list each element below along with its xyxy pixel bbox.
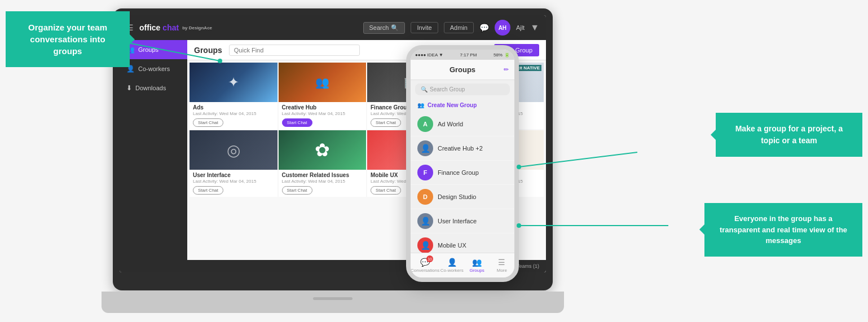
group-card-customer-btn[interactable]: Start Chat (282, 186, 312, 195)
coworkers-tab-label: Co-workers (440, 268, 464, 273)
right-callout-top: Make a group for a project, a topic or a… (716, 113, 862, 157)
phone-status-bar: ●●●● IDEA ▼ 7:17 PM 58% 🔋 (411, 50, 514, 60)
phone-title: Groups (450, 65, 475, 74)
phone-group-name-ui: User Interface (438, 218, 477, 224)
sidebar-item-downloads[interactable]: ⬇ Downloads (120, 78, 187, 98)
right-callout-top-text: Make a group for a project, a topic or a… (735, 124, 843, 145)
battery-icon: 🔋 (504, 52, 510, 58)
phone: ●●●● IDEA ▼ 7:17 PM 58% 🔋 Groups ✏ 🔍 Sea… (406, 45, 519, 282)
group-card-mobile-btn[interactable]: Start Chat (371, 186, 401, 195)
group-card-customer-name: Customer Related Issues (282, 172, 363, 178)
phone-group-avatar-mobile: 👤 (417, 237, 433, 253)
app-header: ☰ officechat by DesignAce Search 🔍 Invit… (120, 15, 546, 40)
phone-search[interactable]: 🔍 Search Group (415, 83, 510, 95)
groups-tab-label: Groups (469, 268, 484, 273)
phone-header: Groups ✏ (411, 60, 514, 80)
group-card-creative: Creative Hub Last Activity: Wed Mar 04, … (279, 63, 367, 129)
user-name: Ajlt (516, 24, 525, 31)
design-badge: xit NATIVE (515, 65, 541, 71)
groups-search-input[interactable] (229, 45, 360, 56)
phone-group-item-adworld[interactable]: A Ad World (411, 112, 514, 136)
right-callout-bottom-text: Everyone in the group has a transparent … (720, 214, 847, 245)
create-group-label: Create New Group (428, 102, 477, 108)
phone-search-icon: 🔍 (421, 86, 428, 92)
right-callout-bottom: Everyone in the group has a transparent … (704, 203, 862, 257)
message-icon[interactable]: 💬 (479, 23, 489, 32)
phone-group-item-design[interactable]: D Design Studio (411, 185, 514, 209)
phone-group-avatar-design: D (417, 189, 433, 205)
group-card-creative-activity: Last Activity: Wed Mar 04, 2015 (282, 111, 363, 116)
create-new-group[interactable]: 👥 Create New Group (411, 99, 514, 112)
phone-tab-coworkers[interactable]: 👤 Co-workers (439, 258, 464, 273)
phone-group-item-creative[interactable]: 👤 Creative Hub +2 (411, 136, 514, 161)
admin-button[interactable]: Admin (444, 22, 474, 33)
search-label: Search (369, 24, 389, 31)
phone-group-avatar-ui: 👤 (417, 213, 433, 229)
group-card-ads-btn[interactable]: Start Chat (193, 118, 223, 127)
user-avatar[interactable]: AH (495, 20, 510, 36)
user-initials: AH (499, 25, 506, 31)
group-card-ui-activity: Last Activity: Wed Mar 04, 2015 (193, 179, 274, 184)
group-card-customer-activity: Last Activity: Wed Mar 04, 2015 (282, 179, 363, 184)
phone-group-avatar-finance: F (417, 165, 433, 180)
phone-group-item-finance[interactable]: F Finance Group (411, 161, 514, 185)
phone-carrier: ●●●● IDEA ▼ (415, 52, 443, 58)
sidebar-downloads-label: Downloads (135, 85, 166, 91)
left-callout: Organize your team conversations into gr… (6, 11, 130, 67)
phone-battery: 58% (494, 52, 503, 58)
group-card-ads: Ads Last Activity: Wed Mar 04, 2015 Star… (190, 63, 277, 129)
phone-footer: 💬 10 Conversations 👤 Co-workers 👥 Groups… (411, 253, 514, 277)
group-card-creative-info: Creative Hub Last Activity: Wed Mar 04, … (279, 102, 367, 129)
group-card-ads-activity: Last Activity: Wed Mar 04, 2015 (193, 111, 274, 116)
group-card-ui-image (190, 130, 277, 170)
phone-group-name-adworld: Ad World (438, 121, 463, 127)
group-card-ads-name: Ads (193, 104, 274, 111)
sidebar-coworkers-label: Co-workers (138, 65, 170, 72)
coworkers-tab-icon: 👤 (447, 258, 457, 267)
app-logo: officechat by DesignAce (139, 23, 212, 32)
conversations-badge-wrap: 💬 10 (420, 258, 430, 267)
phone-status-icons: 58% 🔋 (494, 52, 510, 58)
phone-time: 7:17 PM (460, 52, 477, 58)
phone-group-name-creative: Creative Hub +2 (438, 145, 483, 152)
invite-button[interactable]: Invite (411, 22, 438, 33)
phone-group-name-finance: Finance Group (438, 169, 479, 176)
search-icon: 🔍 (391, 24, 399, 32)
downloads-icon: ⬇ (126, 84, 132, 92)
conversations-badge: 10 (426, 255, 433, 262)
group-card-creative-image (279, 63, 367, 102)
group-card-creative-name: Creative Hub (282, 104, 363, 111)
conversations-label: Conversations (411, 268, 439, 273)
group-card-customer: Customer Related Issues Last Activity: W… (279, 130, 367, 197)
group-card-finance-btn[interactable]: Start Chat (371, 118, 401, 127)
phone-edit-icon[interactable]: ✏ (504, 66, 509, 73)
dropdown-icon[interactable]: ▼ (530, 23, 539, 33)
laptop-hinge (313, 297, 353, 300)
phone-group-item-ui[interactable]: 👤 User Interface (411, 209, 514, 233)
group-card-ads-info: Ads Last Activity: Wed Mar 04, 2015 Star… (190, 102, 277, 129)
phone-tab-conversations[interactable]: 💬 10 Conversations (411, 258, 439, 273)
laptop-base (102, 292, 564, 313)
phone-group-avatar-creative: 👤 (417, 140, 433, 156)
header-search[interactable]: Search 🔍 (363, 22, 406, 34)
group-card-ui-name: User Interface (193, 172, 274, 178)
group-card-ui-info: User Interface Last Activity: Wed Mar 04… (190, 170, 277, 197)
sidebar-item-coworkers[interactable]: 👤 Co-workers (120, 59, 187, 78)
group-card-customer-image (279, 130, 367, 170)
group-card-ads-image (190, 63, 277, 102)
phone-search-placeholder: Search Group (430, 86, 465, 92)
phone-body: ●●●● IDEA ▼ 7:17 PM 58% 🔋 Groups ✏ 🔍 Sea… (406, 45, 519, 282)
group-card-customer-info: Customer Related Issues Last Activity: W… (279, 170, 367, 197)
left-callout-text: Organize your team conversations into gr… (28, 23, 107, 56)
phone-group-list: A Ad World 👤 Creative Hub +2 F Finance G… (411, 112, 514, 258)
group-card-creative-btn[interactable]: Start Chat (282, 118, 312, 127)
phone-group-name-design: Design Studio (438, 193, 477, 200)
groups-page-title: Groups (194, 46, 222, 55)
sidebar: 👥 Groups 👤 Co-workers ⬇ Downloads (120, 40, 187, 272)
group-card-ui-btn[interactable]: Start Chat (193, 186, 223, 195)
phone-group-avatar-adworld: A (417, 116, 433, 132)
phone-group-name-mobile: Mobile UX (438, 242, 466, 249)
phone-tab-groups[interactable]: 👥 Groups (464, 258, 489, 273)
phone-tab-more[interactable]: ☰ More (490, 258, 514, 273)
more-tab-label: More (497, 268, 507, 273)
